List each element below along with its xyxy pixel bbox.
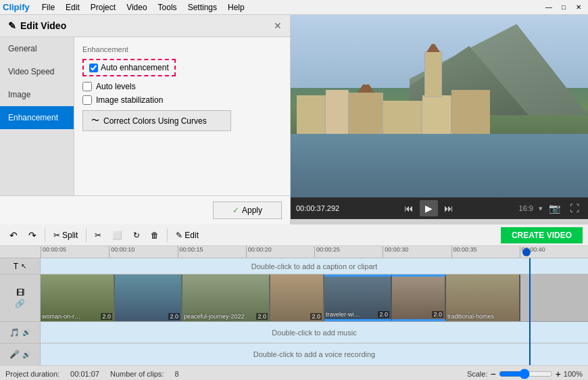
menu-help[interactable]: Help [222, 1, 250, 14]
caption-track-label: T ↖ [0, 258, 40, 275]
sidebar-item-image[interactable]: Image [0, 83, 74, 106]
scene-water [291, 134, 588, 198]
clip-3[interactable]: peaceful-journey-2022 2.0 [182, 275, 270, 321]
menu-edit[interactable]: Edit [60, 1, 85, 14]
image-stabilization-label[interactable]: Image stabilization [96, 95, 163, 105]
main-area: ✎ Edit Video ✕ General Video Speed Image… [0, 15, 588, 224]
play-button[interactable]: ▶ [420, 200, 438, 216]
prev-button[interactable]: ⏮ [401, 201, 417, 216]
delete-button[interactable]: 🗑 [147, 229, 163, 242]
clip-3-duration: 2.0 [256, 313, 268, 320]
sidebar-item-video-speed[interactable]: Video Speed [0, 60, 74, 83]
clip-7-label: traditional-homes [447, 313, 494, 320]
clip-5[interactable]: traveler-wi… 2.0 [324, 275, 392, 321]
maximize-button[interactable]: □ [557, 2, 570, 13]
link-icon: 🔗 [15, 299, 25, 308]
mic-icon: 🎤 [9, 350, 20, 359]
video-track: woman-on-r… 2.0 2.0 peaceful-journey-202… [41, 275, 588, 322]
auto-levels-label[interactable]: Auto levels [96, 82, 136, 91]
zoom-out-button[interactable]: − [490, 369, 495, 379]
menu-project[interactable]: Project [85, 1, 121, 14]
clip-1-label: woman-on-r… [42, 313, 80, 320]
sidebar-item-general[interactable]: General [0, 37, 74, 60]
auto-enhancement-box: Auto enhancement [82, 59, 176, 76]
minimize-button[interactable]: — [542, 2, 556, 13]
menu-settings[interactable]: Settings [182, 1, 222, 14]
zoom-in-button[interactable]: + [556, 369, 561, 379]
toolbar: ↶ ↷ ✂ Split ✂ ⬜ ↻ 🗑 ✎ Edit CREATE VIDEO [0, 224, 588, 246]
cursor-icon: ↖ [21, 262, 26, 270]
redo-button[interactable]: ↷ [24, 228, 41, 243]
clip-5-duration: 2.0 [378, 311, 389, 318]
clip-4-duration: 2.0 [310, 313, 322, 320]
clip-2[interactable]: 2.0 [115, 275, 182, 321]
close-button[interactable]: ✕ [572, 2, 585, 13]
edit-button[interactable]: ✎ Edit [172, 229, 203, 242]
auto-levels-checkbox[interactable] [82, 82, 92, 91]
menu-video[interactable]: Video [121, 1, 152, 14]
ruler-mark-7: 00:00:35 [454, 246, 477, 253]
split-button[interactable]: ✂ Split [49, 229, 82, 242]
apply-button[interactable]: ✓ Apply [213, 201, 282, 219]
duration-label: Project duration: [5, 370, 59, 378]
clip-6[interactable]: 2.0 [392, 275, 446, 321]
clip-4[interactable]: 2.0 [270, 275, 324, 321]
rotate-button[interactable]: ↻ [129, 229, 144, 242]
undo-button[interactable]: ↶ [5, 228, 22, 243]
image-stabilization-checkbox[interactable] [82, 95, 92, 105]
app-logo: Clipify [3, 2, 30, 12]
tracks-content: Double-click to add a caption or clipart… [41, 258, 588, 365]
sidebar: General Video Speed Image Enhancement [0, 37, 74, 195]
timeline-ruler: 00:00:05 00:00:10 00:00:15 00:00:20 00:0… [0, 246, 588, 258]
clip-3-label: peaceful-journey-2022 [184, 313, 245, 320]
auto-levels-row: Auto levels [82, 82, 282, 91]
sidebar-item-enhancement[interactable]: Enhancement [0, 106, 74, 129]
menu-file[interactable]: File [36, 1, 60, 14]
music-hint: Double-click to add music [272, 329, 356, 337]
clip-1-duration: 2.0 [101, 313, 112, 320]
edit-icon: ✎ [8, 20, 16, 31]
clip-1[interactable]: woman-on-r… 2.0 [41, 275, 115, 321]
ruler-mark-4: 00:00:20 [248, 246, 272, 253]
fullscreen-button[interactable]: ⛶ [566, 201, 583, 216]
edit-panel: ✎ Edit Video ✕ General Video Speed Image… [0, 15, 291, 224]
create-video-button[interactable]: CREATE VIDEO [501, 227, 583, 243]
scale-slider[interactable] [499, 369, 553, 379]
menubar: Clipify File Edit Project Video Tools Se… [0, 0, 588, 15]
caption-track[interactable]: Double-click to add a caption or clipart [41, 258, 588, 275]
next-button[interactable]: ⏭ [441, 201, 457, 216]
music-icon: 🎵 [9, 328, 20, 337]
enhancement-section-title: Enhancement [82, 45, 282, 53]
apply-area: ✓ Apply [0, 195, 290, 224]
snapshot-button[interactable]: 📷 [545, 201, 564, 216]
resolution-dropdown[interactable]: ▾ [539, 204, 543, 213]
time-display: 00:00:37.292 [296, 204, 339, 212]
crop-button[interactable]: ⬜ [108, 229, 126, 242]
music-track[interactable]: Double-click to add music [41, 322, 588, 343]
curves-button[interactable]: 〜 Correct Colors Using Curves [82, 110, 231, 131]
text-icon: T [14, 262, 18, 271]
track-area: T ↖ 🎞 🔗 🎵 🔊 🎤 🔊 Double-click to add [0, 258, 588, 365]
ruler-mark-5: 00:00:25 [316, 246, 340, 253]
clip-2-duration: 2.0 [168, 313, 180, 320]
auto-enhancement-checkbox[interactable] [89, 64, 98, 72]
scale-percent: 100% [564, 370, 583, 378]
duration-value: 00:01:07 [70, 370, 99, 378]
mic-vol-icon: 🔊 [22, 351, 30, 358]
cut-button[interactable]: ✂ [91, 229, 105, 242]
toolbar-separator-2 [86, 229, 87, 242]
apply-check-icon: ✓ [232, 206, 239, 215]
voice-hint: Double-click to add a voice recording [253, 350, 375, 358]
scale-control: Scale: − + 100% [467, 369, 583, 379]
film-icon: 🎞 [16, 288, 24, 298]
village-area [297, 85, 490, 139]
voice-track[interactable]: Double-click to add a voice recording [41, 343, 588, 365]
clip-7[interactable]: traditional-homes [446, 275, 520, 321]
playhead-marker[interactable] [522, 248, 531, 256]
clip-5-label: traveler-wi… [326, 311, 360, 318]
vol-icon: 🔊 [22, 329, 30, 336]
menu-tools[interactable]: Tools [153, 1, 182, 14]
panel-title-text: Edit Video [20, 20, 66, 31]
panel-close-button[interactable]: ✕ [274, 20, 282, 31]
auto-enhancement-label[interactable]: Auto enhancement [101, 63, 169, 72]
